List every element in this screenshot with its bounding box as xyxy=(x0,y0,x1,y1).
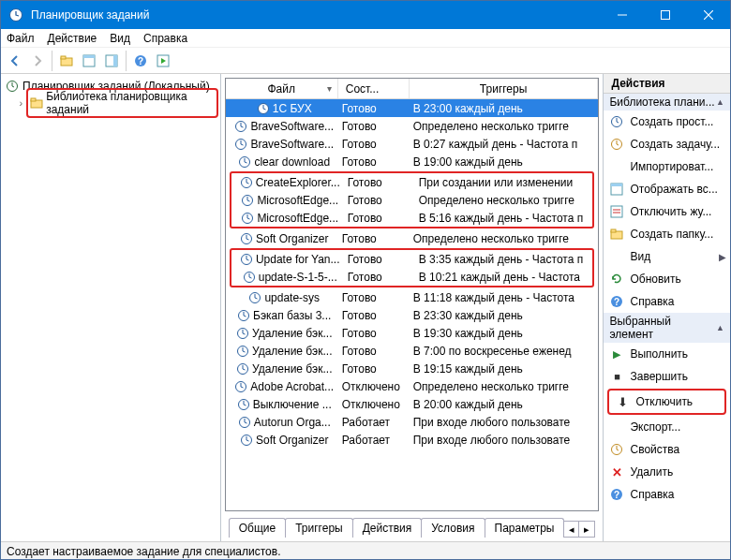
folder-icon xyxy=(30,96,43,111)
task-icon xyxy=(233,119,248,134)
action-item[interactable]: Отображать вс... xyxy=(604,178,730,200)
toolbar-help-button[interactable]: ? xyxy=(130,51,151,71)
menu-file[interactable]: Файл xyxy=(7,32,35,45)
chevron-right-icon[interactable]: › xyxy=(16,97,26,109)
svg-text:?: ? xyxy=(614,297,619,307)
task-row[interactable]: Update for Yan...ГотовоВ 3:35 каждый ден… xyxy=(231,250,593,268)
tab-triggers[interactable]: Триггеры xyxy=(285,518,353,538)
task-row[interactable]: Удаление бэк...ГотовоВ 7:00 по воскресен… xyxy=(226,342,599,360)
clock-icon xyxy=(5,79,20,94)
task-row[interactable]: Удаление бэк...ГотовоВ 19:30 каждый день xyxy=(226,324,599,342)
tree-library[interactable]: › Библиотека планировщика заданий xyxy=(3,95,218,111)
task-icon xyxy=(239,231,254,246)
task-row[interactable]: Soft OrganizerРаботаетПри входе любого п… xyxy=(226,431,599,449)
action-item[interactable]: Отключить жу... xyxy=(604,200,730,223)
task-row[interactable]: Бэкап базы 3...ГотовоВ 23:30 каждый день xyxy=(226,306,599,324)
panel-icon xyxy=(609,182,624,197)
task-row[interactable]: MicrosoftEdge...ГотовоОпределено несколь… xyxy=(231,191,593,209)
action-item-label: Создать папку... xyxy=(630,228,713,241)
col-trigger[interactable]: Триггеры xyxy=(410,79,599,98)
task-icon xyxy=(239,433,254,448)
task-row[interactable]: Autorun Orga...РаботаетПри входе любого … xyxy=(226,413,599,431)
action-item[interactable]: ▶Выполнить xyxy=(604,343,730,365)
action-item[interactable]: ■Завершить xyxy=(604,365,730,388)
task-state: Готово xyxy=(338,362,410,376)
task-row[interactable]: MicrosoftEdge...ГотовоВ 5:16 каждый день… xyxy=(231,209,593,227)
toolbar-panel1-button[interactable] xyxy=(79,51,99,71)
col-state[interactable]: Сост... xyxy=(338,79,410,98)
task-row[interactable]: update-sysГотовоВ 11:18 каждый день - Ча… xyxy=(226,288,599,306)
folder-icon xyxy=(609,227,624,242)
task-icon xyxy=(240,211,255,226)
toolbar-separator-2 xyxy=(126,51,127,71)
menu-view[interactable]: Вид xyxy=(110,32,130,45)
refresh-icon xyxy=(609,272,624,287)
tab-params[interactable]: Параметры xyxy=(485,518,565,538)
action-item[interactable]: Создать прост... xyxy=(604,111,730,133)
task-row[interactable]: CreateExplorer...ГотовоПри создании или … xyxy=(231,173,593,191)
task-trigger: Определено несколько тригге xyxy=(415,194,593,207)
toolbar-run-button[interactable] xyxy=(153,51,173,71)
action-item[interactable]: Обновить xyxy=(604,268,730,290)
blank-icon xyxy=(609,159,624,174)
forward-button[interactable] xyxy=(27,51,48,71)
tab-bar: Общие Триггеры Действия Условия Параметр… xyxy=(225,513,600,538)
action-highlight: ⬇Отключить xyxy=(607,389,726,415)
tab-actions[interactable]: Действия xyxy=(352,518,423,538)
play-icon: ▶ xyxy=(609,346,624,361)
tab-conditions[interactable]: Условия xyxy=(421,518,485,538)
actions-group-library[interactable]: Библиотека плани... ▲ xyxy=(604,94,730,111)
action-item[interactable]: ?Справка xyxy=(604,483,730,506)
list-body[interactable]: 1С БУХГотовоВ 23:00 каждый деньBraveSoft… xyxy=(226,99,599,510)
action-item-label: Создать прост... xyxy=(630,115,713,128)
menu-help[interactable]: Справка xyxy=(143,32,187,45)
maximize-button[interactable] xyxy=(644,1,687,29)
action-item-label: Свойства xyxy=(630,443,679,456)
task-row[interactable]: update-S-1-5-...ГотовоВ 10:21 каждый ден… xyxy=(231,268,593,286)
toolbar-folder-button[interactable] xyxy=(56,51,77,71)
toolbar: ? xyxy=(1,48,730,74)
task-row[interactable]: Удаление бэк...ГотовоВ 19:15 каждый день xyxy=(226,360,599,377)
task-state: Готово xyxy=(338,345,410,358)
task-icon xyxy=(240,193,255,208)
action-item[interactable]: Вид▶ xyxy=(604,245,730,268)
action-item[interactable]: Создать задачу... xyxy=(604,133,730,155)
task-row[interactable]: BraveSoftware...ГотовоВ 0:27 каждый день… xyxy=(226,135,599,153)
tab-general[interactable]: Общие xyxy=(229,518,286,538)
task-trigger: В 19:00 каждый день xyxy=(410,155,599,169)
window-title: Планировщик заданий xyxy=(31,8,601,22)
toolbar-separator xyxy=(52,51,52,71)
task-row[interactable]: Выключение ...ОтключеноВ 20:00 каждый де… xyxy=(226,395,599,413)
col-state-label: Сост... xyxy=(346,82,380,96)
menu-action[interactable]: Действие xyxy=(48,32,97,45)
task-row[interactable]: 1С БУХГотовоВ 23:00 каждый день xyxy=(226,99,599,117)
task-row[interactable]: clear downloadГотовоВ 19:00 каждый день xyxy=(226,153,599,170)
task-row[interactable]: Adobe Acrobat...ОтключеноОпределено неск… xyxy=(226,377,599,395)
tab-scroll-left[interactable]: ◂ xyxy=(564,522,579,537)
task-name: Soft Organizer xyxy=(256,434,328,447)
action-item-label: Отключить жу... xyxy=(630,205,711,218)
action-item[interactable]: Создать папку... xyxy=(604,223,730,245)
tab-scroll-right[interactable]: ▸ xyxy=(579,522,594,537)
task-trigger: В 0:27 каждый день - Частота п xyxy=(410,138,599,151)
action-item[interactable]: Импортироват... xyxy=(604,155,730,178)
back-button[interactable] xyxy=(5,51,25,71)
actions-group-selected[interactable]: Выбранный элемент ▲ xyxy=(604,313,730,343)
minimize-button[interactable] xyxy=(601,1,644,29)
task-row[interactable]: BraveSoftware...ГотовоОпределено несколь… xyxy=(226,117,599,135)
task-row[interactable]: Soft OrganizerГотовоОпределено несколько… xyxy=(226,229,599,247)
action-item[interactable]: ?Справка xyxy=(604,290,730,313)
action-item[interactable]: ✕Удалить xyxy=(604,461,730,483)
toolbar-panel2-button[interactable] xyxy=(101,51,122,71)
task-trigger: При создании или изменении xyxy=(415,176,593,189)
action-item[interactable]: Свойства xyxy=(604,438,730,461)
close-button[interactable] xyxy=(687,1,730,29)
col-file[interactable]: Файл▾ xyxy=(226,79,338,98)
svg-text:?: ? xyxy=(614,490,619,500)
status-text: Создает настраиваемое задание для специа… xyxy=(7,545,281,558)
action-item[interactable]: ⬇Отключить xyxy=(609,391,724,413)
task-trigger: В 3:35 каждый день - Частота п xyxy=(415,253,593,266)
task-name: Бэкап базы 3... xyxy=(253,309,331,322)
task-state: Готово xyxy=(344,194,415,207)
action-item[interactable]: Экспорт... xyxy=(604,416,730,438)
